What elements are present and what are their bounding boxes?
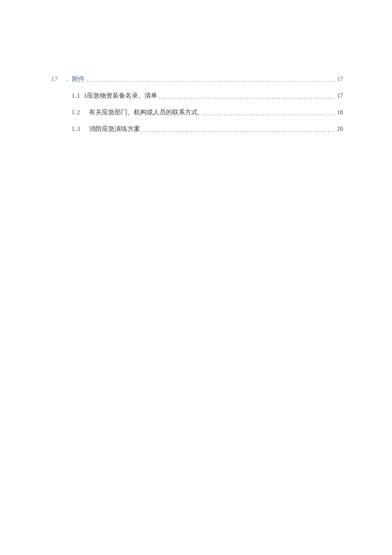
- toc-leader-dots: [199, 108, 336, 118]
- section-title: 附件: [72, 73, 85, 85]
- section-title: 消防应急演练方案: [89, 123, 140, 135]
- toc-leader-dots: [142, 125, 336, 135]
- page-number: 17: [337, 90, 343, 101]
- toc-entry-sub[interactable]: 1.2 有关应急部门、机构或人员的联系方式 18: [51, 107, 343, 118]
- section-number: 17: [51, 74, 58, 84]
- section-number: 1.3: [72, 124, 81, 134]
- section-title: 有关应急部门、机构或人员的联系方式: [89, 107, 198, 118]
- toc-entry-sub[interactable]: 1.3 消防应急演练方案 20: [51, 123, 343, 135]
- page-number: 18: [337, 107, 343, 118]
- page-number: 20: [337, 124, 343, 134]
- section-punct: ．: [64, 73, 70, 85]
- document-page: 17 ． 附件 17 1.1 1 应急物资装备名录、清单 17 1.2 有关应急…: [0, 0, 392, 135]
- toc-entry-sub[interactable]: 1.1 1 应急物资装备名录、清单 17: [51, 90, 343, 102]
- section-number: 1.2: [72, 107, 81, 118]
- toc-leader-dots: [86, 75, 335, 85]
- toc-entry-main[interactable]: 17 ． 附件 17: [51, 73, 343, 85]
- toc-leader-dots: [159, 92, 335, 102]
- section-prefix: 1: [84, 90, 87, 102]
- section-title: 应急物资装备名录、清单: [87, 90, 157, 102]
- section-number: 1.1: [72, 90, 81, 101]
- page-number: 17: [337, 74, 343, 84]
